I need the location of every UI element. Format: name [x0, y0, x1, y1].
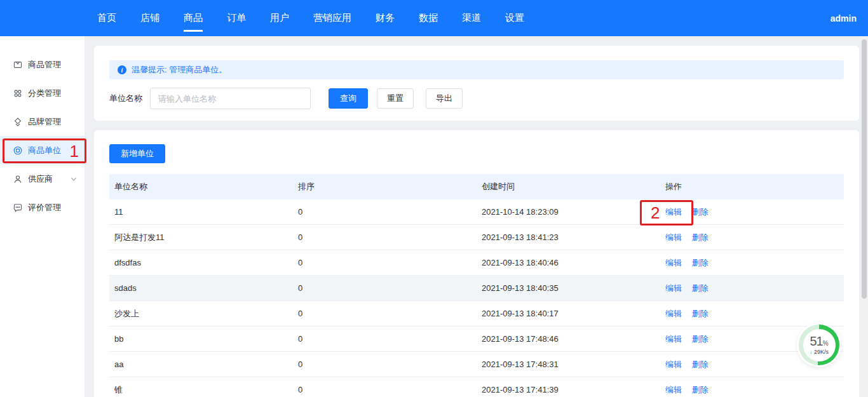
cell-actions: 编辑 删除: [660, 283, 844, 294]
delete-link[interactable]: 删除: [692, 334, 709, 344]
cell-unit-name: 阿达是打发11: [109, 232, 293, 243]
col-header-created: 创建时间: [477, 181, 660, 192]
nav-item[interactable]: 渠道: [462, 0, 481, 36]
edit-link[interactable]: 编辑: [665, 385, 682, 394]
col-header-unit-name: 单位名称: [109, 181, 293, 192]
admin-user-menu[interactable]: admin: [831, 0, 857, 36]
cell-actions: 编辑 删除: [660, 257, 844, 269]
cell-created: 2021-09-13 17:41:39: [477, 385, 660, 394]
table-row: bb 0 2021-09-13 17:48:46 编辑 删除: [109, 326, 844, 352]
table-header-row: 单位名称 排序 创建时间 操作: [109, 174, 844, 199]
cell-sort: 0: [293, 207, 477, 217]
edit-link[interactable]: 编辑: [665, 334, 682, 344]
edit-link[interactable]: 编辑: [665, 283, 682, 293]
cell-unit-name: dfsdfas: [109, 258, 293, 267]
cell-actions: 编辑 删除: [660, 308, 844, 320]
sidebar-item-brand-manage[interactable]: 品牌管理: [0, 107, 85, 136]
export-button[interactable]: 导出: [426, 88, 463, 109]
top-header: 首页 店铺 商品 订单 用户 营销应用 财务 数据 渠道 设置 admin: [0, 0, 868, 36]
cell-unit-name: 沙发上: [109, 308, 293, 320]
nav-item[interactable]: 数据: [419, 0, 438, 36]
down-arrow-icon: ↓: [810, 349, 813, 355]
nav-item[interactable]: 设置: [505, 0, 524, 36]
search-card: i 温馨提示: 管理商品单位。 单位名称 查询 重置 导出: [94, 46, 859, 121]
cell-sort: 0: [293, 309, 477, 318]
cell-sort: 0: [293, 360, 477, 369]
delete-link[interactable]: 删除: [692, 207, 709, 217]
delete-link[interactable]: 删除: [692, 232, 709, 242]
annotation-box-step2: 2: [640, 200, 693, 225]
delete-link[interactable]: 删除: [692, 309, 709, 318]
sidebar-item-supplier[interactable]: 供应商: [0, 165, 85, 193]
table-row: dfsdfas 0 2021-09-13 18:40:46 编辑 删除: [109, 250, 844, 276]
nav-item[interactable]: 营销应用: [313, 0, 351, 36]
cell-unit-name: sdads: [109, 283, 293, 293]
add-unit-button[interactable]: 新增单位: [109, 144, 165, 163]
nav-item[interactable]: 店铺: [140, 0, 159, 36]
progress-ring: 51% ↓ 29K/s: [799, 325, 839, 365]
table-row: sdads 0 2021-09-13 18:40:35 编辑 删除: [109, 276, 844, 301]
cell-unit-name: bb: [109, 334, 293, 344]
sidebar-item-goods-manage[interactable]: 商品管理: [0, 50, 85, 79]
delete-link[interactable]: 删除: [692, 360, 709, 369]
cell-actions: 编辑 删除: [660, 384, 844, 396]
delete-link[interactable]: 删除: [692, 258, 709, 267]
cell-created: 2021-09-13 17:48:31: [477, 360, 660, 369]
search-form: 单位名称 查询 重置 导出: [109, 88, 844, 109]
info-icon: i: [118, 65, 126, 74]
review-comment-icon: [13, 203, 23, 213]
sidebar-item-label: 分类管理: [28, 88, 61, 99]
cell-created: 2021-09-13 18:40:46: [477, 258, 660, 267]
sidebar-item-label: 供应商: [28, 173, 53, 185]
category-icon: [13, 88, 23, 98]
sidebar-item-review-manage[interactable]: 评价管理: [0, 193, 85, 222]
sidebar-item-category-manage[interactable]: 分类管理: [0, 79, 85, 107]
cell-unit-name: aa: [109, 360, 293, 369]
cell-created: 2021-09-13 18:40:35: [477, 283, 660, 293]
goods-box-icon: [13, 60, 23, 70]
nav-item[interactable]: 用户: [270, 0, 289, 36]
sidebar-item-label: 品牌管理: [28, 116, 61, 128]
cell-sort: 0: [293, 334, 477, 344]
query-button[interactable]: 查询: [329, 88, 368, 109]
cell-created: 2021-09-13 17:48:46: [477, 334, 660, 344]
sidebar: 商品管理 分类管理 品牌管理 商品单位 供应商 评价管理: [0, 36, 85, 397]
delete-link[interactable]: 删除: [692, 385, 709, 394]
reset-button[interactable]: 重置: [377, 88, 414, 109]
page-scrollbar: [860, 36, 868, 397]
scrollbar-thumb[interactable]: [862, 39, 867, 299]
edit-link[interactable]: 编辑: [665, 258, 682, 267]
nav-item[interactable]: 首页: [97, 0, 116, 36]
top-nav: 首页 店铺 商品 订单 用户 营销应用 财务 数据 渠道 设置: [0, 0, 868, 36]
cell-unit-name: 锥: [109, 384, 293, 396]
cell-created: 2021-09-13 18:40:17: [477, 309, 660, 318]
edit-link[interactable]: 编辑: [665, 309, 682, 318]
supplier-person-icon: [13, 174, 23, 184]
table-row: 锥 0 2021-09-13 17:41:39 编辑 删除: [109, 377, 844, 397]
download-speed-text: ↓ 29K/s: [810, 349, 829, 355]
edit-link[interactable]: 编辑: [665, 232, 682, 242]
cell-sort: 0: [293, 283, 477, 293]
tip-text: 温馨提示: 管理商品单位。: [132, 64, 227, 76]
download-speed-widget[interactable]: 51% ↓ 29K/s: [799, 325, 839, 365]
nav-item[interactable]: 订单: [227, 0, 246, 36]
unit-name-input[interactable]: [150, 88, 311, 109]
cell-created: 2021-10-14 18:23:09: [477, 207, 660, 217]
col-header-actions: 操作: [660, 181, 844, 192]
annotation-number-2: 2: [651, 205, 660, 221]
edit-link[interactable]: 编辑: [665, 360, 682, 369]
cell-sort: 0: [293, 258, 477, 267]
delete-link[interactable]: 删除: [692, 283, 709, 293]
nav-item[interactable]: 财务: [376, 0, 395, 36]
table-row: aa 0 2021-09-13 17:48:31 编辑 删除: [109, 352, 844, 377]
cell-created: 2021-09-13 18:41:23: [477, 232, 660, 242]
unit-name-label: 单位名称: [109, 93, 142, 104]
col-header-sort: 排序: [293, 181, 477, 192]
progress-percent: 51%: [810, 335, 828, 348]
units-table: 单位名称 排序 创建时间 操作 11 0 2021-10-14 18:23:09…: [109, 174, 844, 397]
table-row: 阿达是打发11 0 2021-09-13 18:41:23 编辑 删除: [109, 225, 844, 250]
cell-sort: 0: [293, 385, 477, 394]
brand-tag-icon: [13, 117, 23, 127]
tip-bar: i 温馨提示: 管理商品单位。: [109, 60, 844, 79]
nav-item[interactable]: 商品: [184, 0, 203, 36]
